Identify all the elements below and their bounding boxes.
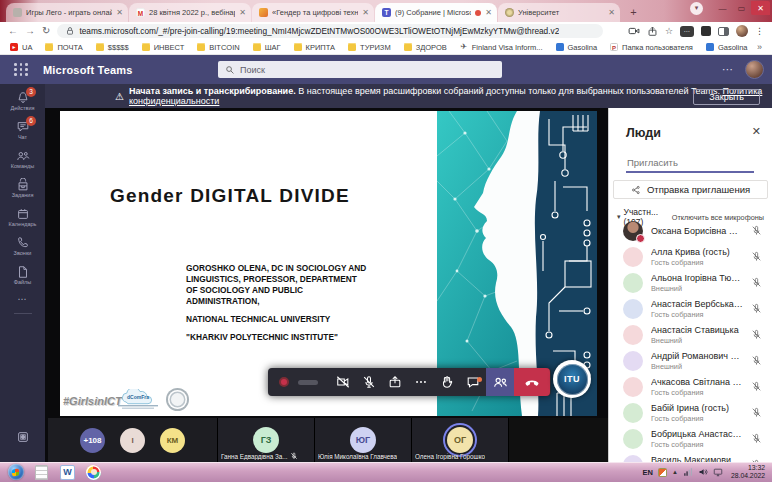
tab-close-icon[interactable]: ✕ bbox=[362, 8, 369, 17]
new-tab-button[interactable]: + bbox=[626, 4, 641, 19]
show-participants-button[interactable] bbox=[486, 368, 514, 396]
rail-item[interactable]: 6 Чат bbox=[0, 115, 45, 144]
participant-video-tile[interactable]: ОГ Олена Ігорівна Горошко bbox=[412, 418, 509, 462]
participant-muted-mic-icon[interactable] bbox=[751, 300, 762, 318]
participant-muted-mic-icon[interactable] bbox=[751, 248, 762, 266]
app-launcher-icon[interactable] bbox=[14, 63, 28, 76]
forward-icon[interactable]: → bbox=[25, 26, 35, 36]
bookmark-item[interactable]: Папка пользователя bbox=[610, 43, 693, 52]
bookmarks-overflow-icon[interactable]: » bbox=[757, 42, 762, 52]
rail-item[interactable]: Звонки bbox=[0, 231, 45, 260]
bookmark-item[interactable]: ЗДОРОВ bbox=[404, 43, 447, 52]
participant-muted-mic-icon[interactable] bbox=[751, 274, 762, 292]
bookmark-item[interactable]: ШАГ bbox=[253, 43, 281, 52]
banner-close-button[interactable]: Закрыть bbox=[693, 89, 760, 105]
bookmark-item[interactable]: ТУРИЗМ bbox=[348, 43, 391, 52]
camera-off-button[interactable] bbox=[330, 375, 356, 389]
participant-muted-mic-icon[interactable] bbox=[751, 326, 762, 344]
url-field[interactable]: teams.microsoft.com/_#/pre-join-calling/… bbox=[57, 24, 603, 38]
taskbar-paint-app[interactable] bbox=[82, 463, 105, 481]
taskbar-word-app[interactable] bbox=[56, 463, 79, 481]
browser-tab[interactable]: Університет ✕ bbox=[498, 3, 620, 22]
bookmark-item[interactable]: Gasolina bbox=[556, 43, 598, 52]
bookmark-item[interactable]: ПОЧТА bbox=[45, 43, 82, 52]
more-actions-button[interactable] bbox=[408, 375, 434, 389]
raise-hand-button[interactable] bbox=[434, 375, 460, 389]
participant-row[interactable]: Анастасія Вербська (гость) Гость собрани… bbox=[609, 296, 772, 322]
window-restore-button[interactable]: ▭ bbox=[732, 1, 751, 15]
taskbar-document-app[interactable] bbox=[30, 463, 53, 481]
participant-row[interactable]: Бабій Ірина (гость) Гость собрания bbox=[609, 400, 772, 426]
participant-row[interactable]: Ачкасова Світлана (гость) Гость собрания bbox=[609, 374, 772, 400]
participant-muted-mic-icon[interactable] bbox=[751, 430, 762, 448]
speaker-icon[interactable] bbox=[698, 467, 708, 477]
puzzle-extension-icon[interactable] bbox=[701, 26, 711, 36]
participant-row[interactable]: Андрій Романович Скиба Внешний bbox=[609, 348, 772, 374]
tab-search-chevron-icon[interactable]: ▾ bbox=[690, 2, 703, 15]
tab-close-icon[interactable]: ✕ bbox=[608, 8, 615, 17]
tab-close-icon[interactable]: ✕ bbox=[485, 8, 492, 17]
side-panel-icon[interactable] bbox=[718, 27, 729, 36]
hang-up-button[interactable] bbox=[514, 368, 550, 396]
rail-item[interactable]: Календарь bbox=[0, 202, 45, 231]
gallery-video-tile[interactable] bbox=[509, 418, 608, 462]
window-minimize-button[interactable]: — bbox=[713, 1, 732, 15]
participant-muted-mic-icon[interactable] bbox=[751, 378, 762, 396]
teams-more-icon[interactable]: ⋯ bbox=[722, 63, 734, 76]
browser-tab[interactable]: «Гендер та цифрові технології ✕ bbox=[252, 3, 374, 22]
participant-row[interactable]: Бобрицька Анастасія (гость) Гость собран… bbox=[609, 426, 772, 452]
language-indicator[interactable]: EN bbox=[643, 468, 653, 477]
participant-row[interactable]: Оксана Борисівна Петінова bbox=[609, 218, 772, 244]
tab-close-icon[interactable]: ✕ bbox=[116, 8, 123, 17]
back-icon[interactable]: ← bbox=[8, 26, 18, 36]
share-screen-button[interactable] bbox=[382, 375, 408, 389]
send-invite-button[interactable]: Отправка приглашения bbox=[613, 180, 768, 199]
overflow-participants-tile[interactable]: +108 І КМ bbox=[48, 418, 218, 462]
extensions-icon[interactable]: ⋯ bbox=[680, 26, 694, 37]
participant-video-tile[interactable]: ЮГ Юлія Миколаївна Главчева bbox=[315, 418, 412, 462]
bookmark-item[interactable]: Finland Visa Inform... bbox=[460, 43, 543, 52]
participant-muted-mic-icon[interactable] bbox=[751, 352, 762, 370]
taskbar-clock[interactable]: 13:32 28.04.2022 bbox=[731, 464, 768, 480]
window-close-button[interactable]: ✕ bbox=[751, 1, 770, 15]
chat-button[interactable] bbox=[460, 375, 486, 389]
participant-row[interactable]: Анастасія Ставицька Внешний bbox=[609, 322, 772, 348]
rail-item[interactable]: Файлы bbox=[0, 260, 45, 289]
teams-profile-avatar[interactable] bbox=[745, 60, 764, 79]
network-icon[interactable] bbox=[683, 467, 693, 477]
bookmark-item[interactable]: КРИПТА bbox=[294, 43, 336, 52]
bookmark-item[interactable]: BITCOIN bbox=[197, 43, 239, 52]
rail-more-icon[interactable]: ⋯ bbox=[18, 294, 28, 304]
participant-video-tile[interactable]: ГЗ Ганна Едвардівна За... bbox=[218, 418, 315, 462]
participant-muted-mic-icon[interactable] bbox=[751, 222, 762, 240]
keyboard-layout-icon[interactable] bbox=[658, 468, 667, 477]
bookmark-item[interactable]: Gasolina bbox=[706, 43, 748, 52]
rail-item[interactable]: Задания bbox=[0, 173, 45, 202]
share-icon[interactable] bbox=[647, 26, 658, 37]
mic-off-button[interactable] bbox=[356, 375, 382, 389]
participant-row[interactable]: Василь Максимович Іванов Гость собрания bbox=[609, 452, 772, 462]
teams-search-box[interactable]: Поиск bbox=[218, 61, 502, 78]
invite-input[interactable] bbox=[626, 154, 754, 173]
browser-tab[interactable]: Игры Лего - играть онлайн бес ✕ bbox=[6, 3, 128, 22]
bookmark-item[interactable]: ИНВЕСТ bbox=[142, 43, 185, 52]
browser-profile-avatar[interactable] bbox=[736, 25, 748, 37]
participant-row[interactable]: Алла Крива (гость) Гость собрания bbox=[609, 244, 772, 270]
people-panel-close-icon[interactable]: ✕ bbox=[752, 125, 761, 138]
tray-expand-icon[interactable]: ▲ bbox=[672, 469, 678, 475]
bookmark-item[interactable]: $$$$$ bbox=[96, 43, 129, 52]
tab-close-icon[interactable]: ✕ bbox=[239, 8, 246, 17]
browser-tab[interactable]: 28 квітня 2022 р., вебінар «Ген ✕ bbox=[129, 3, 251, 22]
action-center-icon[interactable] bbox=[713, 467, 723, 477]
reload-icon[interactable]: ↻ bbox=[42, 26, 50, 36]
rail-item[interactable]: 3 Действия bbox=[0, 86, 45, 115]
bookmark-item[interactable]: UA bbox=[10, 43, 32, 52]
browser-menu-icon[interactable]: ⋮ bbox=[755, 26, 764, 36]
participant-row[interactable]: Альона Ігорівна Тюпова Внешний bbox=[609, 270, 772, 296]
browser-tab[interactable]: (9) Собрание | Microsoft Te ✕ bbox=[375, 3, 497, 22]
participant-muted-mic-icon[interactable] bbox=[751, 404, 762, 422]
rail-item[interactable]: Команды bbox=[0, 144, 45, 173]
apps-store-icon[interactable] bbox=[16, 430, 30, 448]
camera-permission-icon[interactable] bbox=[628, 25, 640, 37]
start-button[interactable] bbox=[4, 463, 27, 481]
